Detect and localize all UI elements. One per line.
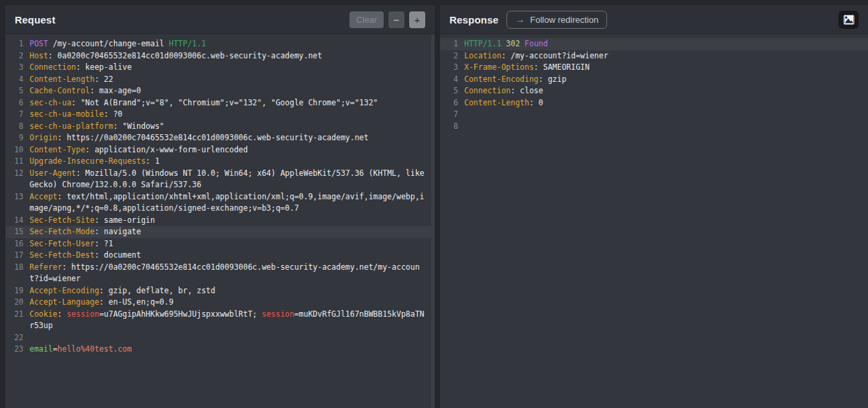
- line-content: HTTP/1.1 302 Found: [464, 38, 868, 50]
- line-number: 15: [5, 226, 30, 238]
- line-content: Origin: https://0a0200c70465532e814cc01d…: [30, 132, 435, 144]
- code-line: 18Referer: https://0a0200c70465532e814cc…: [5, 262, 435, 285]
- code-line: 23email=hello%40test.com: [5, 344, 435, 356]
- code-line: 4Content-Length: 22: [5, 74, 435, 86]
- line-number: 3: [440, 62, 464, 74]
- line-number: 6: [440, 97, 464, 109]
- line-content: [464, 121, 868, 133]
- line-content: email=hello%40test.com: [30, 344, 435, 356]
- line-number: 8: [440, 121, 464, 133]
- code-line: 10Content-Type: application/x-www-form-u…: [5, 144, 435, 156]
- line-content: Upgrade-Insecure-Requests: 1: [30, 156, 435, 168]
- line-number: 17: [5, 250, 30, 262]
- code-line: 2Host: 0a0200c70465532e814cc01d0093006c.…: [5, 50, 435, 62]
- line-content: Referer: https://0a0200c70465532e814cc01…: [30, 262, 435, 285]
- line-content: Connection: keep-alive: [30, 62, 435, 74]
- code-line: 4Content-Encoding: gzip: [440, 74, 868, 86]
- line-content: Content-Length: 0: [464, 97, 868, 109]
- line-number: 5: [5, 85, 30, 97]
- response-panel: Response → Follow redirection 1HTTP: [440, 5, 868, 408]
- render-view-button[interactable]: [838, 11, 859, 29]
- code-line: 7: [440, 109, 868, 121]
- line-number: 3: [5, 62, 30, 74]
- line-number: 9: [5, 132, 30, 144]
- line-number: 8: [5, 121, 30, 133]
- line-number: 7: [5, 109, 30, 121]
- line-number: 18: [5, 262, 30, 285]
- code-line: 22: [5, 332, 435, 344]
- follow-redirection-button[interactable]: → Follow redirection: [506, 11, 607, 29]
- line-content: Content-Length: 22: [30, 74, 435, 86]
- request-editor[interactable]: 1POST /my-account/change-email HTTP/1.12…: [5, 34, 435, 408]
- code-line: 5Connection: close: [440, 85, 868, 97]
- code-line: 9Origin: https://0a0200c70465532e814cc01…: [5, 132, 435, 144]
- code-line: 6sec-ch-ua: "Not A(Brand";v="8", "Chromi…: [5, 97, 435, 109]
- code-line: 11Upgrade-Insecure-Requests: 1: [5, 156, 435, 168]
- request-scrollbar[interactable]: [431, 34, 435, 408]
- line-content: sec-ch-ua: "Not A(Brand";v="8", "Chromiu…: [30, 97, 435, 109]
- repeater-view: Request Clear − + 1POST /my-account/chan…: [0, 0, 868, 408]
- response-editor[interactable]: 1HTTP/1.1 302 Found2Location: /my-accoun…: [440, 34, 868, 408]
- code-line: 8sec-ch-ua-platform: "Windows": [5, 121, 435, 133]
- line-content: [464, 109, 868, 121]
- line-content: Location: /my-account?id=wiener: [464, 50, 868, 62]
- code-line: 2Location: /my-account?id=wiener: [440, 50, 868, 62]
- request-panel: Request Clear − + 1POST /my-account/chan…: [5, 5, 435, 408]
- response-panel-header: Response → Follow redirection: [440, 5, 868, 34]
- follow-redirection-label: Follow redirection: [530, 15, 598, 25]
- line-content: Accept-Encoding: gzip, deflate, br, zstd: [30, 285, 435, 297]
- code-line: 1POST /my-account/change-email HTTP/1.1: [5, 38, 435, 50]
- code-line: 12User-Agent: Mozilla/5.0 (Windows NT 10…: [5, 168, 435, 191]
- line-content: sec-ch-ua-mobile: ?0: [30, 109, 435, 121]
- clear-button[interactable]: Clear: [349, 11, 384, 28]
- line-number: 16: [5, 238, 30, 250]
- line-content: User-Agent: Mozilla/5.0 (Windows NT 10.0…: [30, 168, 435, 191]
- line-number: 12: [5, 168, 30, 191]
- code-line: 3X-Frame-Options: SAMEORIGIN: [440, 62, 868, 74]
- line-number: 11: [5, 156, 30, 168]
- line-content: Sec-Fetch-Dest: document: [30, 250, 435, 262]
- response-title: Response: [449, 14, 498, 26]
- code-line: 8: [440, 121, 868, 133]
- line-number: 5: [440, 85, 464, 97]
- line-content: [30, 332, 435, 344]
- line-number: 1: [440, 38, 464, 50]
- code-line: 15Sec-Fetch-Mode: navigate: [5, 226, 435, 238]
- line-content: X-Frame-Options: SAMEORIGIN: [464, 62, 868, 74]
- request-header-buttons: Clear − +: [349, 11, 425, 28]
- arrow-right-icon: →: [515, 14, 525, 25]
- line-content: Content-Type: application/x-www-form-url…: [30, 144, 435, 156]
- code-line: 17Sec-Fetch-Dest: document: [5, 250, 435, 262]
- line-content: Content-Encoding: gzip: [464, 74, 868, 86]
- code-line: 19Accept-Encoding: gzip, deflate, br, zs…: [5, 285, 435, 297]
- line-content: Host: 0a0200c70465532e814cc01d0093006c.w…: [30, 50, 435, 62]
- line-number: 23: [5, 344, 30, 356]
- line-content: Cache-Control: max-age=0: [30, 85, 435, 97]
- code-line: 5Cache-Control: max-age=0: [5, 85, 435, 97]
- code-line: 20Accept-Language: en-US,en;q=0.9: [5, 297, 435, 309]
- line-content: Sec-Fetch-Mode: navigate: [30, 226, 435, 238]
- line-number: 4: [440, 74, 464, 86]
- code-line: 21Cookie: session=u7AGgipAhHKkw695HwJUjs…: [5, 309, 435, 332]
- image-icon: [843, 15, 855, 25]
- line-number: 22: [5, 332, 30, 344]
- line-number: 7: [440, 109, 464, 121]
- line-number: 2: [440, 50, 464, 62]
- line-content: Cookie: session=u7AGgipAhHKkw695HwJUjspx…: [30, 309, 435, 332]
- line-number: 13: [5, 191, 30, 215]
- line-number: 21: [5, 309, 30, 332]
- code-line: 16Sec-Fetch-User: ?1: [5, 238, 435, 250]
- increase-font-button[interactable]: +: [409, 11, 425, 28]
- request-title: Request: [15, 14, 56, 26]
- line-number: 10: [5, 144, 30, 156]
- line-content: Sec-Fetch-Site: same-origin: [30, 215, 435, 227]
- line-number: 14: [5, 215, 30, 227]
- line-number: 4: [5, 74, 30, 86]
- line-content: Connection: close: [464, 85, 868, 97]
- code-line: 6Content-Length: 0: [440, 97, 868, 109]
- decrease-font-button[interactable]: −: [388, 11, 404, 28]
- line-content: sec-ch-ua-platform: "Windows": [30, 121, 435, 133]
- line-content: Accept: text/html,application/xhtml+xml,…: [30, 191, 435, 215]
- line-number: 6: [5, 97, 30, 109]
- line-number: 1: [5, 38, 30, 50]
